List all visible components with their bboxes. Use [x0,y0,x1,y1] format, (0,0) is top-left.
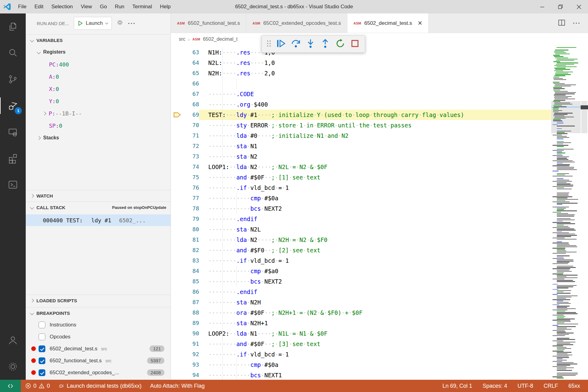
glyph-margin[interactable] [171,58,183,68]
glyph-margin[interactable] [171,193,183,203]
glyph-margin[interactable] [171,224,183,235]
watch-section-header[interactable]: WATCH [26,190,171,202]
code-line-text[interactable]: ············bcs·NEXT1 [199,370,551,380]
code-line-text[interactable]: ········sta·N1 [199,141,551,151]
glyph-margin[interactable] [171,151,183,162]
menu-help[interactable]: Help [156,0,175,13]
code-line-text[interactable]: ········lda·#0····;·initialize·N1·and·N2 [199,130,551,141]
code-line-79[interactable]: 79········.endif [171,214,551,224]
glyph-margin[interactable] [171,68,183,78]
code-line-text[interactable]: ········sta·N2H+1 [199,318,551,328]
line-number[interactable]: 72 [183,141,199,151]
editor-scrollbar[interactable] [581,45,588,380]
loaded-scripts-section-header[interactable]: LOADED SCRIPTS [26,295,171,306]
glyph-margin[interactable] [171,130,183,141]
code-line-88[interactable]: 88········ora·#$0F··;·N2H+1·=·(N2·&·$F0)… [171,307,551,318]
menu-selection[interactable]: Selection [47,0,77,13]
code-line-text[interactable] [199,78,551,89]
code-line-text[interactable]: ········sty·ERROR·;·store·1·in·ERROR·unt… [199,120,551,130]
menu-go[interactable]: Go [96,0,111,13]
line-number[interactable]: 76 [183,183,199,193]
code-line-90[interactable]: 90LOOP2:··lda·N1····;·N1L·=·N1·&·$0F [171,328,551,339]
indent-indicator[interactable]: Spaces: 4 [477,380,512,392]
code-line-89[interactable]: 89········sta·N2H+1 [171,318,551,328]
glyph-margin[interactable] [171,235,183,245]
glyph-margin[interactable] [171,245,183,255]
checkbox[interactable] [39,369,45,376]
line-number[interactable]: 67 [183,89,199,99]
code-line-83[interactable]: 83········.if·vld_bcd·=·1 [171,255,551,266]
glyph-margin[interactable] [171,297,183,307]
menu-terminal[interactable]: Terminal [128,0,156,13]
source-control-icon[interactable] [0,66,26,92]
line-number[interactable]: 63 [183,47,199,58]
glyph-margin[interactable] [171,370,183,380]
toolbar-drag-handle[interactable] [266,40,271,49]
code-line-text[interactable]: LOOP2:··lda·N1····;·N1L·=·N1·&·$0F [199,328,551,339]
line-number[interactable]: 64 [183,58,199,68]
line-number[interactable]: 66 [183,78,199,89]
terminal-panel-icon[interactable] [0,172,26,198]
code-line-text[interactable]: ········and·#$0F··;·[3]·see·text [199,339,551,349]
code-line-94[interactable]: 94············bcs·NEXT1 [171,370,551,380]
glyph-margin[interactable] [171,183,183,193]
split-editor-icon[interactable] [558,19,566,28]
code-line-text[interactable]: ········and·#$0F··;·[1]·see·text [199,172,551,183]
tab-6502_decimal_test.s[interactable]: ASM6502_decimal_test.s✕ [347,13,429,33]
tab-6502_functional_test.s[interactable]: ASM6502_functional_test.s [171,13,246,33]
line-number[interactable]: 75 [183,172,199,183]
line-number[interactable]: 92 [183,349,199,360]
glyph-margin[interactable] [171,307,183,318]
code-editor[interactable]: 63N1H:····.res····1,064N2L:····.res····1… [171,45,551,380]
code-line-text[interactable]: N2L:····.res····1,0 [199,58,551,68]
line-number[interactable]: 86 [183,287,199,297]
line-number[interactable]: 79 [183,214,199,224]
menu-run[interactable]: Run [111,0,128,13]
code-line-text[interactable]: ············cmp·#$a0 [199,266,551,276]
line-number[interactable]: 69 [183,110,199,120]
register-x[interactable]: X: 0 [26,83,171,95]
stacks-group[interactable]: Stacks [26,132,171,144]
line-number[interactable]: 71 [183,130,199,141]
line-number[interactable]: 68 [183,99,199,110]
minimize-button[interactable] [533,0,551,13]
run-and-debug-icon[interactable]: 1 [0,92,26,119]
glyph-margin[interactable] [171,120,183,130]
code-line-67[interactable]: 67········.CODE [171,89,551,99]
menu-edit[interactable]: Edit [30,0,47,13]
remote-indicator[interactable] [0,380,21,392]
code-line-80[interactable]: 80········sta·N2L [171,224,551,235]
glyph-margin[interactable] [171,255,183,266]
glyph-margin[interactable] [171,360,183,370]
code-line-87[interactable]: 87········sta·N2H [171,297,551,307]
line-number[interactable]: 83 [183,255,199,266]
views-more-actions-icon[interactable]: ··· [128,20,136,27]
search-icon[interactable] [0,40,26,66]
accounts-icon[interactable] [0,327,26,353]
breakpoint-file-row[interactable]: 65C02_extended_opcodes_...2408 [26,367,171,379]
checkbox[interactable] [39,322,45,328]
line-number[interactable]: 87 [183,297,199,307]
code-line-77[interactable]: 77············cmp·#$0a [171,193,551,203]
variables-section-header[interactable]: VARIABLES [26,34,171,46]
code-line-75[interactable]: 75········and·#$0F··;·[1]·see·text [171,172,551,183]
minimap[interactable] [551,45,581,380]
breakpoint-file-row[interactable]: 6502_functional_test.ssrc5397 [26,355,171,367]
call-stack-section-header[interactable]: CALL STACK Paused on stopOnPCUpdate [26,202,171,213]
code-line-text[interactable]: ············bcs·NEXT2 [199,203,551,214]
close-window-button[interactable] [570,0,588,13]
glyph-margin[interactable] [171,276,183,287]
code-line-text[interactable]: ········.org·$400 [199,99,551,110]
code-line-text[interactable]: ············cmp·#$0a [199,360,551,370]
code-line-text[interactable]: N1H:····.res····1,0 [199,47,551,58]
code-line-text[interactable]: ········.endif [199,214,551,224]
problems-indicator[interactable]: 0 0 [21,380,54,392]
glyph-margin[interactable] [171,214,183,224]
line-number[interactable]: 91 [183,339,199,349]
code-line-64[interactable]: 64N2L:····.res····1,0 [171,58,551,68]
breakpoint-file-row[interactable]: 6502_decimal_test.ssrc121 [26,343,171,355]
code-line-text[interactable]: ········ora·#$0F··;·N2H+1·=·(N2·&·$F0)·+… [199,307,551,318]
breakpoint-toggle-instructions[interactable]: Instructions [26,319,171,331]
remote-explorer-icon[interactable] [0,119,26,145]
line-number[interactable]: 65 [183,68,199,78]
